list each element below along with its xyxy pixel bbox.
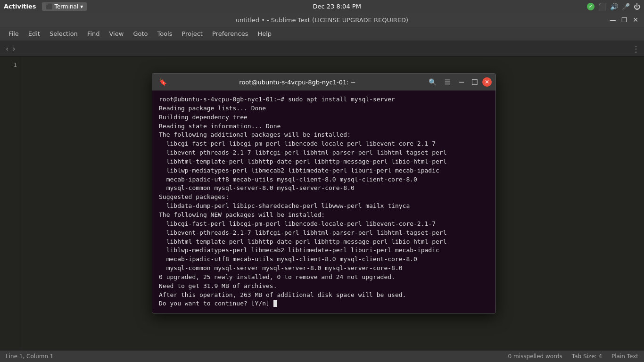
line-numbers: 1 bbox=[0, 57, 21, 350]
minimize-button[interactable]: — bbox=[608, 15, 618, 25]
terminal-maximize-button[interactable]: ☐ bbox=[469, 76, 480, 88]
line-number: 1 bbox=[4, 61, 17, 68]
window-title: untitled • - Sublime Text (LICENSE UPGRA… bbox=[236, 16, 408, 24]
terminal-line: libdata-dump-perl libipc-sharedcache-per… bbox=[159, 202, 489, 211]
menu-edit[interactable]: Edit bbox=[24, 28, 45, 39]
terminal-line: The following NEW packages will be insta… bbox=[159, 211, 489, 220]
close-button[interactable]: ✕ bbox=[631, 15, 640, 25]
menu-selection[interactable]: Selection bbox=[45, 28, 83, 39]
menu-tools[interactable]: Tools bbox=[152, 28, 177, 39]
misspelled-words: 0 misspelled words bbox=[508, 353, 562, 360]
network-icon: ⬛ bbox=[598, 3, 606, 10]
title-bar: untitled • - Sublime Text (LICENSE UPGRA… bbox=[0, 13, 644, 27]
terminal-minimize-button[interactable]: ─ bbox=[456, 76, 467, 88]
terminal-line: libevent-pthreads-2.1-7 libfcgi-perl lib… bbox=[159, 229, 489, 238]
tab-size[interactable]: Tab Size: 4 bbox=[572, 353, 602, 360]
terminal-line: libcgi-fast-perl libcgi-pm-perl libencod… bbox=[159, 140, 489, 148]
tab-bar: ‹ › ⋮ bbox=[0, 41, 644, 57]
terminal-line: mysql-common mysql-server-8.0 mysql-serv… bbox=[159, 184, 489, 193]
tab-options-button[interactable]: ⋮ bbox=[632, 44, 640, 54]
terminal-line: After this operation, 263 MB of addition… bbox=[159, 291, 489, 300]
terminal-line: libcgi-fast-perl libcgi-pm-perl libencod… bbox=[159, 220, 489, 229]
terminal-line: Need to get 31.9 MB of archives. bbox=[159, 282, 489, 291]
terminal-line: libhtml-template-perl libhttp-date-perl … bbox=[159, 238, 489, 247]
menu-view[interactable]: View bbox=[105, 28, 129, 39]
terminal-dropdown-icon: ▾ bbox=[80, 3, 83, 10]
terminal-icon: ⬛ bbox=[46, 3, 53, 10]
mic-icon: 🎤 bbox=[622, 3, 630, 10]
power-icon: ⏻ bbox=[634, 3, 640, 10]
terminal-content[interactable]: root@ubuntu-s-4vcpu-8gb-nyc1-01:~# sudo … bbox=[152, 90, 495, 313]
terminal-line: Building dependency tree bbox=[159, 113, 489, 122]
menu-file[interactable]: File bbox=[4, 28, 24, 39]
datetime: Dec 23 8:04 PM bbox=[313, 3, 361, 10]
volume-icon: 🔊 bbox=[610, 3, 618, 10]
menu-preferences[interactable]: Preferences bbox=[207, 28, 253, 39]
terminal-line: Reading package lists... Done bbox=[159, 104, 489, 113]
terminal-search-button[interactable]: 🔍 bbox=[426, 75, 439, 89]
terminal-window: 🔖 root@ubuntu-s-4vcpu-8gb-nyc1-01: ~ 🔍 ☰… bbox=[152, 73, 496, 313]
terminal-line: libhtml-template-perl libhttp-date-perl … bbox=[159, 157, 489, 166]
terminal-controls: 🔍 ☰ ─ ☐ ✕ bbox=[426, 75, 492, 89]
terminal-line: mecab-ipadic-utf8 mecab-utils mysql-clie… bbox=[159, 255, 489, 264]
terminal-title-text: root@ubuntu-s-4vcpu-8gb-nyc1-01: ~ bbox=[172, 79, 423, 86]
menu-find[interactable]: Find bbox=[83, 28, 105, 39]
terminal-bookmark-icon[interactable]: 🔖 bbox=[156, 75, 169, 89]
activities-button[interactable]: Activities bbox=[4, 3, 36, 10]
terminal-line: The following additional packages will b… bbox=[159, 131, 489, 140]
window-controls[interactable]: — ❐ ✕ bbox=[608, 15, 640, 25]
menu-bar: File Edit Selection Find View Goto Tools… bbox=[0, 27, 644, 41]
terminal-close-button[interactable]: ✕ bbox=[482, 77, 492, 87]
cursor-position: Line 1, Column 1 bbox=[6, 353, 54, 360]
system-tray: ⬛ 🔊 🎤 ⏻ bbox=[587, 3, 640, 10]
terminal-line: Do you want to continue? [Y/n] bbox=[159, 299, 489, 308]
status-bar-right: 0 misspelled words Tab Size: 4 Plain Tex… bbox=[508, 353, 638, 360]
terminal-menu-button[interactable]: ☰ bbox=[441, 75, 454, 89]
maximize-button[interactable]: ❐ bbox=[619, 15, 629, 25]
status-icon bbox=[587, 3, 594, 10]
menu-goto[interactable]: Goto bbox=[128, 28, 152, 39]
menu-project[interactable]: Project bbox=[177, 28, 207, 39]
terminal-label: Terminal bbox=[55, 3, 79, 10]
terminal-line: Reading state information... Done bbox=[159, 122, 489, 131]
tab-forward-button[interactable]: › bbox=[10, 44, 17, 53]
system-bar: Activities ⬛ Terminal ▾ Dec 23 8:04 PM ⬛… bbox=[0, 0, 644, 13]
terminal-line: 0 upgraded, 25 newly installed, 0 to rem… bbox=[159, 273, 489, 282]
status-bar: Line 1, Column 1 0 misspelled words Tab … bbox=[0, 350, 644, 362]
terminal-line: libevent-pthreads-2.1-7 libfcgi-perl lib… bbox=[159, 148, 489, 157]
terminal-taskbar-item[interactable]: ⬛ Terminal ▾ bbox=[42, 2, 87, 11]
terminal-line: root@ubuntu-s-4vcpu-8gb-nyc1-01:~# sudo … bbox=[159, 95, 489, 104]
terminal-line: mysql-common mysql-server mysql-server-8… bbox=[159, 264, 489, 273]
terminal-line: liblwp-mediatypes-perl libmecab2 libtime… bbox=[159, 166, 489, 175]
tab-back-button[interactable]: ‹ bbox=[4, 44, 10, 53]
terminal-line: liblwp-mediatypes-perl libmecab2 libtime… bbox=[159, 246, 489, 255]
terminal-line: Suggested packages: bbox=[159, 193, 489, 202]
menu-help[interactable]: Help bbox=[253, 28, 276, 39]
terminal-line: mecab-ipadic-utf8 mecab-utils mysql-clie… bbox=[159, 175, 489, 184]
terminal-title-bar: 🔖 root@ubuntu-s-4vcpu-8gb-nyc1-01: ~ 🔍 ☰… bbox=[152, 74, 495, 90]
syntax-label[interactable]: Plain Text bbox=[611, 353, 638, 360]
